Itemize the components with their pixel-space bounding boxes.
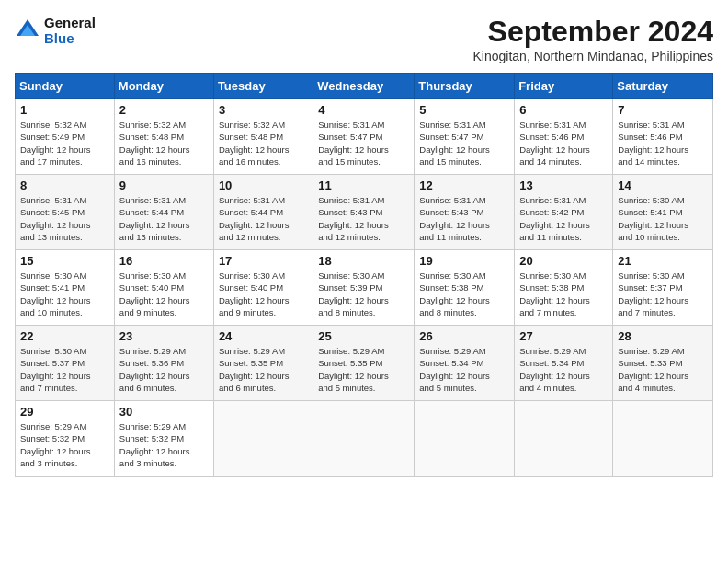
day-info: Sunrise: 5:32 AM Sunset: 5:48 PM Dayligh… (219, 119, 308, 167)
day-info: Sunrise: 5:32 AM Sunset: 5:49 PM Dayligh… (20, 119, 109, 167)
calendar-cell: 19Sunrise: 5:30 AM Sunset: 5:38 PM Dayli… (415, 250, 515, 326)
calendar-cell (613, 401, 713, 477)
title-section: September 2024 Kinogitan, Northern Minda… (473, 15, 714, 63)
col-tuesday: Tuesday (213, 74, 313, 99)
calendar-cell: 14Sunrise: 5:30 AM Sunset: 5:41 PM Dayli… (613, 175, 713, 250)
day-number: 17 (219, 254, 308, 268)
day-info: Sunrise: 5:29 AM Sunset: 5:36 PM Dayligh… (119, 345, 209, 394)
col-wednesday: Wednesday (313, 74, 415, 99)
day-number: 11 (318, 178, 409, 192)
day-info: Sunrise: 5:31 AM Sunset: 5:44 PM Dayligh… (119, 194, 209, 243)
calendar-cell: 9Sunrise: 5:31 AM Sunset: 5:44 PM Daylig… (114, 175, 213, 250)
day-info: Sunrise: 5:30 AM Sunset: 5:37 PM Dayligh… (618, 270, 708, 318)
calendar-cell: 16Sunrise: 5:30 AM Sunset: 5:40 PM Dayli… (114, 250, 213, 326)
week-row-3: 15Sunrise: 5:30 AM Sunset: 5:41 PM Dayli… (16, 250, 713, 326)
col-sunday: Sunday (16, 74, 115, 99)
day-number: 28 (618, 329, 708, 343)
day-info: Sunrise: 5:30 AM Sunset: 5:38 PM Dayligh… (419, 270, 509, 318)
day-number: 5 (419, 103, 509, 117)
day-number: 23 (119, 329, 209, 343)
calendar-cell (213, 401, 313, 477)
week-row-4: 22Sunrise: 5:30 AM Sunset: 5:37 PM Dayli… (16, 326, 713, 401)
day-number: 27 (519, 329, 608, 343)
calendar-cell: 6Sunrise: 5:31 AM Sunset: 5:46 PM Daylig… (515, 99, 613, 175)
day-number: 22 (20, 329, 109, 343)
week-row-2: 8Sunrise: 5:31 AM Sunset: 5:45 PM Daylig… (16, 175, 713, 250)
logo-text-general: General (44, 15, 96, 30)
week-row-5: 29Sunrise: 5:29 AM Sunset: 5:32 PM Dayli… (16, 401, 713, 477)
calendar-cell: 12Sunrise: 5:31 AM Sunset: 5:43 PM Dayli… (415, 175, 515, 250)
day-info: Sunrise: 5:31 AM Sunset: 5:47 PM Dayligh… (419, 119, 509, 167)
day-number: 15 (20, 254, 109, 268)
calendar-cell: 22Sunrise: 5:30 AM Sunset: 5:37 PM Dayli… (16, 326, 115, 401)
day-number: 8 (20, 178, 109, 192)
day-info: Sunrise: 5:29 AM Sunset: 5:33 PM Dayligh… (618, 345, 708, 394)
day-number: 7 (618, 103, 708, 117)
day-number: 24 (219, 329, 308, 343)
week-row-1: 1Sunrise: 5:32 AM Sunset: 5:49 PM Daylig… (16, 99, 713, 175)
month-year-title: September 2024 (473, 15, 714, 49)
day-number: 25 (318, 329, 409, 343)
calendar-cell: 4Sunrise: 5:31 AM Sunset: 5:47 PM Daylig… (313, 99, 415, 175)
calendar-cell: 15Sunrise: 5:30 AM Sunset: 5:41 PM Dayli… (16, 250, 115, 326)
day-number: 21 (618, 254, 708, 268)
day-number: 13 (519, 178, 608, 192)
logo: General Blue (15, 15, 96, 46)
day-number: 16 (119, 254, 209, 268)
day-info: Sunrise: 5:31 AM Sunset: 5:46 PM Dayligh… (618, 119, 708, 167)
day-number: 6 (519, 103, 608, 117)
calendar-cell: 13Sunrise: 5:31 AM Sunset: 5:42 PM Dayli… (515, 175, 613, 250)
calendar-cell: 2Sunrise: 5:32 AM Sunset: 5:48 PM Daylig… (114, 99, 213, 175)
calendar-cell: 28Sunrise: 5:29 AM Sunset: 5:33 PM Dayli… (613, 326, 713, 401)
day-info: Sunrise: 5:31 AM Sunset: 5:44 PM Dayligh… (219, 194, 308, 243)
location-subtitle: Kinogitan, Northern Mindanao, Philippine… (473, 49, 714, 63)
day-info: Sunrise: 5:31 AM Sunset: 5:43 PM Dayligh… (318, 194, 409, 243)
logo-text-blue: Blue (44, 30, 96, 46)
calendar-cell: 21Sunrise: 5:30 AM Sunset: 5:37 PM Dayli… (613, 250, 713, 326)
calendar-cell: 1Sunrise: 5:32 AM Sunset: 5:49 PM Daylig… (16, 99, 115, 175)
col-thursday: Thursday (415, 74, 515, 99)
calendar-cell: 24Sunrise: 5:29 AM Sunset: 5:35 PM Dayli… (213, 326, 313, 401)
calendar-cell: 29Sunrise: 5:29 AM Sunset: 5:32 PM Dayli… (16, 401, 115, 477)
day-info: Sunrise: 5:29 AM Sunset: 5:34 PM Dayligh… (419, 345, 509, 394)
day-number: 30 (119, 405, 209, 419)
calendar-cell: 20Sunrise: 5:30 AM Sunset: 5:38 PM Dayli… (515, 250, 613, 326)
day-info: Sunrise: 5:30 AM Sunset: 5:41 PM Dayligh… (20, 270, 109, 318)
calendar-cell: 7Sunrise: 5:31 AM Sunset: 5:46 PM Daylig… (613, 99, 713, 175)
day-info: Sunrise: 5:30 AM Sunset: 5:40 PM Dayligh… (219, 270, 308, 318)
day-number: 29 (20, 405, 109, 419)
col-saturday: Saturday (613, 74, 713, 99)
day-info: Sunrise: 5:30 AM Sunset: 5:39 PM Dayligh… (318, 270, 409, 318)
col-monday: Monday (114, 74, 213, 99)
calendar-cell (415, 401, 515, 477)
day-number: 12 (419, 178, 509, 192)
col-friday: Friday (515, 74, 613, 99)
day-number: 19 (419, 254, 509, 268)
day-info: Sunrise: 5:30 AM Sunset: 5:40 PM Dayligh… (119, 270, 209, 318)
day-info: Sunrise: 5:30 AM Sunset: 5:41 PM Dayligh… (618, 194, 708, 243)
calendar-cell: 30Sunrise: 5:29 AM Sunset: 5:32 PM Dayli… (114, 401, 213, 477)
calendar-cell: 3Sunrise: 5:32 AM Sunset: 5:48 PM Daylig… (213, 99, 313, 175)
calendar-cell: 26Sunrise: 5:29 AM Sunset: 5:34 PM Dayli… (415, 326, 515, 401)
day-info: Sunrise: 5:31 AM Sunset: 5:47 PM Dayligh… (318, 119, 409, 167)
day-info: Sunrise: 5:30 AM Sunset: 5:38 PM Dayligh… (519, 270, 608, 318)
days-header-row: Sunday Monday Tuesday Wednesday Thursday… (16, 74, 713, 99)
calendar-cell (515, 401, 613, 477)
calendar-cell: 5Sunrise: 5:31 AM Sunset: 5:47 PM Daylig… (415, 99, 515, 175)
day-number: 2 (119, 103, 209, 117)
day-info: Sunrise: 5:31 AM Sunset: 5:45 PM Dayligh… (20, 194, 109, 243)
day-info: Sunrise: 5:29 AM Sunset: 5:32 PM Dayligh… (20, 420, 109, 469)
day-number: 18 (318, 254, 409, 268)
day-info: Sunrise: 5:31 AM Sunset: 5:46 PM Dayligh… (519, 119, 608, 167)
calendar-cell: 11Sunrise: 5:31 AM Sunset: 5:43 PM Dayli… (313, 175, 415, 250)
day-number: 9 (119, 178, 209, 192)
day-info: Sunrise: 5:32 AM Sunset: 5:48 PM Dayligh… (119, 119, 209, 167)
day-number: 4 (318, 103, 409, 117)
day-number: 26 (419, 329, 509, 343)
day-info: Sunrise: 5:29 AM Sunset: 5:35 PM Dayligh… (318, 345, 409, 394)
day-number: 20 (519, 254, 608, 268)
calendar-cell (313, 401, 415, 477)
calendar-table: Sunday Monday Tuesday Wednesday Thursday… (15, 73, 713, 477)
calendar-cell: 18Sunrise: 5:30 AM Sunset: 5:39 PM Dayli… (313, 250, 415, 326)
logo-icon (15, 17, 40, 43)
